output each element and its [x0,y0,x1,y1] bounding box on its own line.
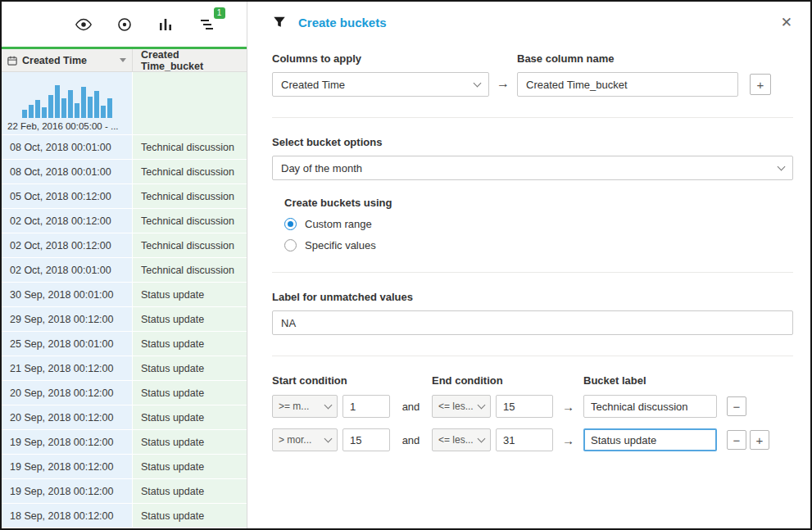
bucket-value-cell[interactable]: Status update [133,504,247,528]
table-row: 19 Sep, 2018 00:12:00Status update [2,479,247,504]
histogram-cell[interactable]: 22 Feb, 2016 00:05:00 - ... [2,72,133,135]
and-label: and [390,401,432,413]
histogram-range-label: 22 Feb, 2016 00:05:00 - ... [5,118,129,131]
base-column-input[interactable] [517,72,738,97]
table-row: 08 Oct, 2018 00:01:00Technical discussio… [2,135,247,160]
column-stats-icon[interactable] [156,15,175,34]
unmatched-values-input[interactable] [272,310,793,335]
start-operator-value: > mor... [279,434,311,446]
column-select[interactable]: Created Time [272,72,489,97]
histogram-chart [5,80,129,118]
dialog-title: Create buckets [298,16,387,29]
created-time-cell[interactable]: 08 Oct, 2018 00:01:00 [2,160,133,184]
bucket-value-cell[interactable]: Status update [133,430,247,455]
end-value-input[interactable] [496,428,553,451]
eye-icon[interactable] [74,15,93,34]
histogram-bar [75,103,79,118]
histogram-bar [88,97,93,118]
app-window: 1 Created Time Created Time_bucket 22 Fe… [0,0,812,530]
bucket-options-select[interactable]: Day of the month [272,156,793,180]
created-time-cell[interactable]: 02 Oct, 2018 00:12:00 [2,209,133,233]
dialog-header: Create buckets ✕ [247,2,810,43]
created-time-cell[interactable]: 20 Sep, 2018 00:12:00 [2,405,133,430]
bucket-value-cell[interactable]: Status update [133,405,247,430]
create-buckets-using-label: Create buckets using [284,197,793,209]
add-condition-row-button[interactable]: + [750,430,769,450]
chevron-down-icon [324,401,333,409]
column-header-label: Created Time_bucket [141,49,203,72]
bucket-value-cell[interactable]: Status update [133,332,247,356]
table-row: 02 Oct, 2018 00:01:00Technical discussio… [2,258,247,283]
created-time-cell[interactable]: 02 Oct, 2018 00:01:00 [2,258,133,283]
end-operator-select[interactable]: <= les... [432,428,491,451]
bucket-value-cell[interactable]: Technical discussion [133,160,247,184]
bucket-value-cell[interactable]: Technical discussion [133,135,247,160]
remove-condition-row-button[interactable]: − [727,396,746,416]
bucket-value-cell[interactable]: Technical discussion [133,233,247,258]
steps-count-badge: 1 [214,7,225,19]
chevron-down-icon [474,79,482,87]
steps-list-icon[interactable]: 1 [197,15,216,34]
dialog-body: Columns to apply Created Time → Base col… [247,43,810,528]
bucket-options-section: Select bucket options Day of the month [272,136,793,180]
chevron-down-icon [478,434,486,442]
start-value-input[interactable] [342,395,390,418]
created-time-cell[interactable]: 19 Sep, 2018 00:12:00 [2,479,133,504]
created-time-cell[interactable]: 05 Oct, 2018 00:12:00 [2,184,133,209]
created-time-cell[interactable]: 29 Sep, 2018 00:12:00 [2,307,133,332]
created-time-cell[interactable]: 25 Sep, 2018 00:01:00 [2,332,133,356]
columns-to-apply-section: Columns to apply Created Time → Base col… [272,52,793,97]
create-buckets-using-section: Create buckets using Custom range Specif… [284,197,793,251]
remove-condition-row-button[interactable]: − [727,430,746,450]
bucket-value-cell[interactable]: Status update [133,307,247,332]
bucket-value-cell[interactable]: Status update [133,381,247,405]
sort-caret-icon[interactable] [120,58,126,62]
end-condition-header: End condition [432,374,583,387]
created-time-cell[interactable]: 08 Oct, 2018 00:01:00 [2,135,133,160]
end-operator-select[interactable]: <= les... [432,395,491,418]
columns-to-apply-label: Columns to apply [272,52,489,65]
column-header-bucket[interactable]: Created Time_bucket [133,49,247,72]
created-time-cell[interactable]: 18 Sep, 2018 00:12:00 [2,504,133,528]
bucket-value-cell[interactable]: Technical discussion [133,209,247,233]
and-label: and [390,434,432,446]
created-time-cell[interactable]: 19 Sep, 2018 00:12:00 [2,455,133,479]
column-header-created-time[interactable]: Created Time [2,49,133,71]
bucket-value-cell[interactable]: Status update [133,356,247,381]
created-time-cell[interactable]: 02 Oct, 2018 00:12:00 [2,233,133,258]
histogram-bar [22,110,27,118]
created-time-cell[interactable]: 30 Sep, 2018 00:01:00 [2,283,133,307]
start-operator-value: >= m... [279,401,309,412]
arrow-right-icon: → [489,76,517,97]
bucket-label-input[interactable] [583,395,717,418]
radio-label: Custom range [305,218,372,230]
create-buckets-dialog: Create buckets ✕ Columns to apply Create… [247,2,810,528]
bucket-value-cell[interactable]: Status update [133,455,247,479]
radio-specific-values[interactable]: Specific values [284,239,793,251]
bucket-label-input[interactable] [583,428,717,451]
bucket-value-cell[interactable]: Status update [133,479,247,504]
end-value-input[interactable] [496,395,553,418]
start-operator-select[interactable]: >= m... [272,395,338,418]
start-operator-select[interactable]: > mor... [272,428,338,451]
radio-custom-range[interactable]: Custom range [284,218,793,230]
bucket-value-cell[interactable]: Status update [133,283,247,307]
close-icon[interactable]: ✕ [781,16,792,29]
divider [272,356,793,356]
table-row: 02 Oct, 2018 00:12:00Technical discussio… [2,209,247,233]
preview-toolbar: 1 [2,2,247,47]
histogram-bar [42,107,47,118]
base-column-name-label: Base column name [517,52,738,65]
bucket-value-cell[interactable]: Technical discussion [133,258,247,283]
created-time-cell[interactable]: 21 Sep, 2018 00:12:00 [2,356,133,381]
chevron-down-icon [478,401,486,409]
bucket-value-cell[interactable]: Technical discussion [133,184,247,209]
histogram-row: 22 Feb, 2016 00:05:00 - ... [2,72,247,135]
target-icon[interactable] [115,15,134,34]
data-grid: 22 Feb, 2016 00:05:00 - ... 08 Oct, 2018… [2,72,247,528]
created-time-cell[interactable]: 19 Sep, 2018 00:12:00 [2,430,133,455]
start-value-input[interactable] [342,428,390,451]
created-time-cell[interactable]: 20 Sep, 2018 00:12:00 [2,381,133,405]
data-preview-panel: 1 Created Time Created Time_bucket 22 Fe… [2,2,247,528]
add-target-column-button[interactable]: + [750,74,771,95]
